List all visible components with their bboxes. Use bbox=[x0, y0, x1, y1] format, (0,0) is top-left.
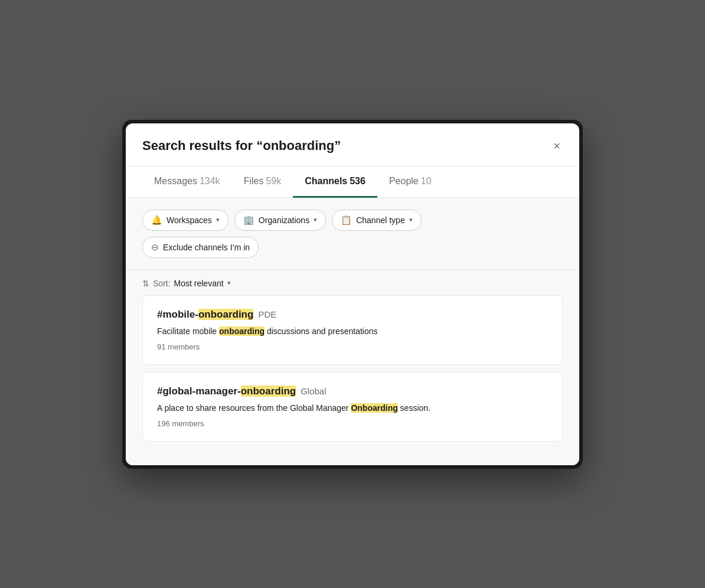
tab-label-files: Files bbox=[244, 176, 264, 186]
organizations-label: Organizations bbox=[259, 215, 309, 225]
tab-files[interactable]: Files59k bbox=[232, 166, 293, 198]
channel-name-prefix-1: #mobile- bbox=[157, 309, 198, 320]
desc-highlight-2: Onboarding bbox=[351, 403, 397, 413]
workspace-label-1: PDE bbox=[258, 309, 276, 319]
modal-wrapper: Search results for “onboarding” × Messag… bbox=[122, 120, 583, 469]
result-card-1[interactable]: #mobile-onboardingPDEFacilitate mobile o… bbox=[142, 295, 563, 365]
sort-row: ⇅ Sort: Most relevant ▾ bbox=[126, 270, 579, 295]
tab-count-channels: 536 bbox=[350, 176, 365, 186]
filters-area: 🔔Workspaces▾🏢Organizations▾📋Channel type… bbox=[126, 198, 579, 270]
sort-prefix: Sort: bbox=[153, 279, 171, 288]
modal-title: Search results for “onboarding” bbox=[142, 138, 341, 153]
channel-name-prefix-2: #global-manager- bbox=[157, 386, 241, 397]
channel-highlight-2: onboarding bbox=[241, 386, 296, 397]
workspaces-chevron-icon: ▾ bbox=[216, 216, 220, 224]
result-meta-2: 196 members bbox=[157, 419, 548, 428]
tab-count-messages: 134k bbox=[200, 176, 220, 186]
workspace-label-2: Global bbox=[301, 386, 326, 396]
result-title-1: #mobile-onboardingPDE bbox=[157, 309, 548, 321]
channel-type-filter-button[interactable]: 📋Channel type▾ bbox=[332, 210, 422, 231]
desc-after-2: session. bbox=[398, 403, 430, 413]
result-desc-2: A place to share resources from the Glob… bbox=[157, 402, 548, 414]
results-area: #mobile-onboardingPDEFacilitate mobile o… bbox=[126, 295, 579, 465]
sort-icon: ⇅ bbox=[142, 279, 149, 288]
organizations-chevron-icon: ▾ bbox=[314, 216, 317, 224]
tab-label-messages: Messages bbox=[154, 176, 197, 186]
exclude-filter-row: ⊖ Exclude channels I’m in bbox=[142, 237, 563, 258]
channel-type-label: Channel type bbox=[356, 215, 405, 225]
tab-people[interactable]: People10 bbox=[377, 166, 443, 198]
tab-count-files: 59k bbox=[266, 176, 281, 186]
sort-chevron-icon[interactable]: ▾ bbox=[227, 279, 231, 287]
result-card-2[interactable]: #global-manager-onboardingGlobalA place … bbox=[142, 372, 563, 442]
workspaces-filter-button[interactable]: 🔔Workspaces▾ bbox=[142, 210, 229, 231]
result-meta-1: 91 members bbox=[157, 342, 548, 351]
tabs-row: Messages134kFiles59kChannels536People10 bbox=[126, 166, 579, 198]
channel-type-icon: 📋 bbox=[341, 215, 352, 226]
channel-highlight-1: onboarding bbox=[198, 309, 253, 320]
sort-value: Most relevant bbox=[174, 279, 224, 288]
desc-highlight-1: onboarding bbox=[219, 326, 265, 336]
channel-type-chevron-icon: ▾ bbox=[409, 216, 413, 224]
filter-buttons-row: 🔔Workspaces▾🏢Organizations▾📋Channel type… bbox=[142, 210, 563, 231]
result-desc-1: Facilitate mobile onboarding discussions… bbox=[157, 325, 548, 338]
exclude-channels-button[interactable]: ⊖ Exclude channels I’m in bbox=[142, 237, 259, 258]
exclude-label: Exclude channels I’m in bbox=[163, 243, 250, 252]
tab-label-people: People bbox=[389, 176, 419, 186]
tab-label-channels: Channels bbox=[305, 176, 347, 186]
modal-header: Search results for “onboarding” × bbox=[126, 123, 579, 166]
tab-count-people: 10 bbox=[421, 176, 432, 186]
tab-messages[interactable]: Messages134k bbox=[142, 166, 232, 198]
desc-after-1: discussions and presentations bbox=[265, 326, 377, 336]
tab-channels[interactable]: Channels536 bbox=[293, 166, 377, 198]
close-button[interactable]: × bbox=[551, 138, 563, 154]
workspaces-label: Workspaces bbox=[167, 215, 212, 225]
workspaces-icon: 🔔 bbox=[151, 215, 162, 226]
result-title-2: #global-manager-onboardingGlobal bbox=[157, 386, 548, 397]
exclude-icon: ⊖ bbox=[151, 242, 159, 253]
desc-before-2: A place to share resources from the Glob… bbox=[157, 403, 351, 413]
organizations-icon: 🏢 bbox=[243, 215, 254, 226]
organizations-filter-button[interactable]: 🏢Organizations▾ bbox=[234, 210, 326, 231]
desc-before-1: Facilitate mobile bbox=[157, 326, 219, 336]
search-results-modal: Search results for “onboarding” × Messag… bbox=[126, 123, 579, 465]
